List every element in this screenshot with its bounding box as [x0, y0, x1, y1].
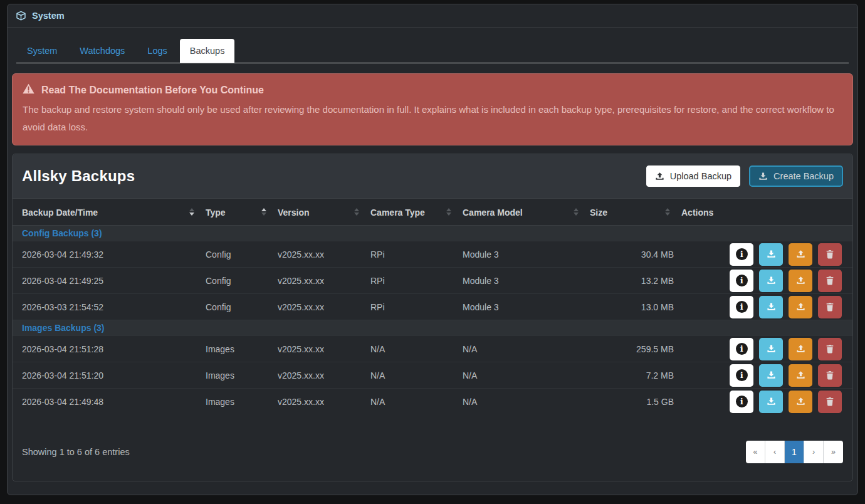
trash-icon	[826, 344, 834, 354]
info-icon: i	[736, 248, 748, 260]
delete-button[interactable]	[818, 391, 842, 413]
cell-size: 13.2 MB	[641, 276, 674, 286]
info-button[interactable]: i	[730, 338, 753, 360]
trash-icon	[826, 370, 834, 380]
info-button[interactable]: i	[730, 296, 753, 318]
table-row: 2026-03-04 21:51:20 Images v2025.xx.xx N…	[13, 362, 852, 389]
tab-logs[interactable]: Logs	[137, 39, 177, 63]
info-button[interactable]: i	[730, 243, 753, 266]
info-button[interactable]: i	[730, 270, 753, 292]
upload-icon	[796, 276, 805, 285]
trash-icon	[826, 249, 834, 259]
pagination-first[interactable]: «	[746, 441, 765, 463]
cell-camera-model: Module 3	[463, 302, 499, 312]
cell-camera-model: N/A	[463, 397, 477, 407]
upload-button[interactable]	[789, 391, 812, 413]
alert-title: Read The Documentation Before You Contin…	[41, 85, 264, 96]
table-row: 2026-03-04 21:49:25 Config v2025.xx.xx R…	[13, 268, 852, 294]
cell-type: Config	[206, 302, 231, 312]
sort-carets-icon	[354, 208, 359, 216]
cell-type: Config	[206, 249, 231, 260]
column-header-version[interactable]: Version	[273, 199, 365, 226]
upload-icon	[796, 370, 805, 380]
download-icon	[767, 344, 776, 354]
cell-version: v2025.xx.xx	[278, 249, 324, 260]
cell-size: 259.5 MB	[636, 344, 674, 354]
info-icon: i	[736, 275, 748, 286]
delete-button[interactable]	[818, 338, 842, 360]
column-header-type[interactable]: Type	[201, 199, 273, 226]
pagination-last[interactable]: »	[824, 441, 843, 463]
upload-icon	[796, 302, 805, 312]
info-button[interactable]: i	[730, 364, 753, 387]
upload-backup-button[interactable]: Upload Backup	[646, 165, 740, 187]
panel-heading: Allsky Backups Upload Backup	[13, 154, 852, 199]
cell-datetime: 2026-03-04 21:51:20	[22, 370, 103, 381]
page-content: SystemWatchdogsLogsBackups Read The Docu…	[8, 39, 857, 481]
upload-button[interactable]	[789, 243, 812, 266]
cell-camera-model: Module 3	[463, 276, 499, 286]
download-icon	[767, 397, 776, 406]
warning-triangle-icon	[23, 83, 34, 97]
page-title: System	[32, 11, 65, 21]
pagination-page-1[interactable]: 1	[785, 441, 804, 463]
cell-type: Images	[206, 344, 234, 354]
download-button[interactable]	[759, 391, 783, 413]
upload-button[interactable]	[789, 364, 812, 387]
download-icon	[758, 172, 768, 181]
table-footer: Showing 1 to 6 of 6 entries «‹1›»	[22, 441, 843, 481]
table-row: 2026-03-04 21:49:32 Config v2025.xx.xx R…	[13, 241, 852, 268]
cell-size: 7.2 MB	[646, 370, 674, 381]
cell-datetime: 2026-03-04 21:49:48	[22, 397, 103, 407]
upload-button[interactable]	[789, 270, 812, 292]
column-header-size[interactable]: Size	[585, 199, 676, 226]
cell-camera-type: N/A	[370, 370, 385, 381]
download-icon	[767, 370, 776, 380]
cell-version: v2025.xx.xx	[278, 302, 324, 312]
cell-datetime: 2026-03-04 21:49:32	[22, 249, 103, 260]
delete-button[interactable]	[818, 270, 842, 292]
upload-icon	[655, 172, 664, 181]
cube-icon	[16, 11, 26, 21]
backups-table: Backup Date/Time Type Version Camera Typ…	[13, 199, 852, 415]
cell-size: 1.5 GB	[646, 397, 674, 407]
cell-camera-model: Module 3	[463, 249, 499, 260]
download-button[interactable]	[759, 364, 783, 387]
cell-camera-model: N/A	[463, 344, 477, 354]
main-window: System SystemWatchdogsLogsBackups Read T…	[7, 4, 858, 495]
delete-button[interactable]	[818, 364, 842, 387]
tab-watchdogs[interactable]: Watchdogs	[70, 39, 135, 63]
upload-button[interactable]	[789, 338, 812, 360]
sort-carets-icon	[189, 208, 194, 216]
tab-system[interactable]: System	[17, 39, 67, 63]
download-icon	[767, 276, 776, 285]
info-icon: i	[736, 396, 748, 407]
delete-button[interactable]	[818, 296, 842, 318]
column-header-camera-type[interactable]: Camera Type	[365, 199, 458, 226]
group-header-row: Config Backups (3)	[13, 226, 852, 241]
upload-button[interactable]	[789, 296, 812, 318]
sort-carets-icon	[446, 208, 451, 216]
trash-icon	[826, 397, 834, 406]
pagination-previous[interactable]: ‹	[765, 441, 785, 463]
sort-carets-icon	[574, 208, 579, 216]
download-button[interactable]	[759, 243, 783, 266]
table-row: 2026-03-03 21:54:52 Config v2025.xx.xx R…	[13, 294, 852, 320]
upload-icon	[796, 397, 805, 406]
pagination-next[interactable]: ›	[804, 441, 824, 463]
create-backup-button[interactable]: Create Backup	[749, 165, 843, 187]
tab-backups[interactable]: Backups	[180, 39, 235, 63]
column-header-camera-model[interactable]: Camera Model	[458, 199, 585, 226]
download-button[interactable]	[759, 270, 783, 292]
download-button[interactable]	[759, 296, 783, 318]
delete-button[interactable]	[818, 243, 842, 266]
download-button[interactable]	[759, 338, 783, 360]
column-header-backup-date-time[interactable]: Backup Date/Time	[13, 199, 201, 226]
info-icon: i	[736, 343, 748, 355]
cell-camera-model: N/A	[463, 370, 477, 381]
cell-version: v2025.xx.xx	[278, 370, 324, 381]
cell-version: v2025.xx.xx	[278, 276, 324, 286]
panel-title: Allsky Backups	[22, 167, 135, 185]
panel-body: Backup Date/Time Type Version Camera Typ…	[13, 199, 852, 481]
info-button[interactable]: i	[730, 391, 753, 413]
